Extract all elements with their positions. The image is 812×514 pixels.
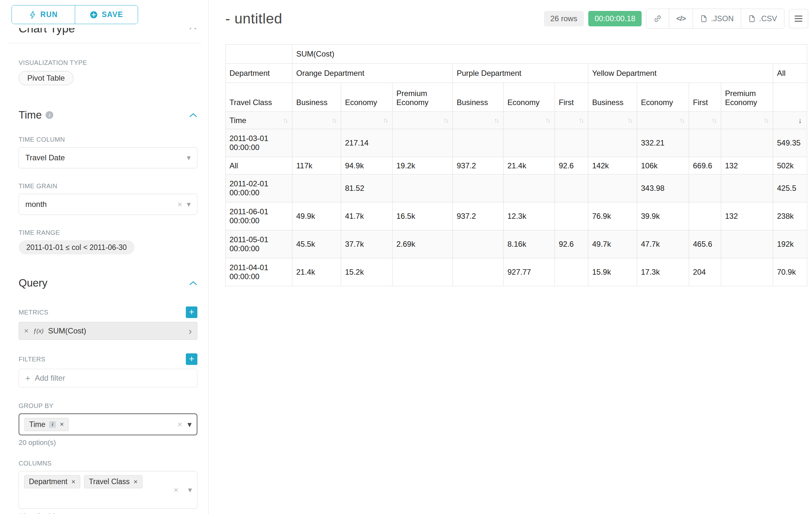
sort-icon[interactable]: ↑↓ [331,117,337,124]
tag-label: Department [29,477,67,486]
sort-desc-icon[interactable]: ↓ [798,116,803,125]
travel-class-header: Economy [341,83,393,112]
query-section-title: Query [19,277,48,289]
caret-down-icon[interactable]: ▾ [188,486,192,494]
group-by-select[interactable]: Timei× × ▾ [19,413,197,435]
chevron-up-icon[interactable] [189,280,197,286]
pivot-value-cell: 132 [721,202,773,230]
export-csv-button[interactable]: .CSV [741,9,784,28]
sort-icon[interactable]: ↑↓ [579,117,584,124]
chart-type-heading: Chart Type [19,28,75,35]
pivot-value-cell [588,174,637,202]
share-link-button[interactable] [646,9,669,28]
sort-icon[interactable]: ↑↓ [383,117,388,124]
travel-class-header: Premium Economy [393,83,453,112]
time-range-pill[interactable]: 2011-01-01 ≤ col < 2011-06-30 [19,240,135,254]
remove-icon[interactable]: × [71,478,76,485]
tag-pill[interactable]: Department× [24,475,80,488]
clear-icon[interactable]: × [177,200,182,209]
pivot-value-cell: 465.6 [689,230,721,258]
file-icon [700,15,708,23]
time-grain-value: month [25,200,177,209]
time-axis-label: Time [230,116,246,125]
run-save-button-group: RUN SAVE [11,5,138,24]
sort-icon[interactable]: ↑↓ [545,117,551,124]
travel-class-header [773,83,807,112]
query-section-header[interactable]: Query [19,277,197,289]
pivot-value-cell: 45.5k [292,230,341,258]
pivot-value-cell [453,258,503,286]
travel-class-header: First [689,83,721,112]
pivot-sort-cell[interactable]: ↑↓ [637,112,689,129]
pivot-value-cell: 49.9k [292,202,341,230]
export-json-label: .JSON [711,14,734,23]
remove-icon[interactable]: × [134,478,138,485]
add-metric-button[interactable]: + [186,306,197,318]
group-by-options-hint: 20 option(s) [19,438,197,447]
columns-select[interactable]: Department×Travel Class× × ▾ [19,471,197,509]
run-button[interactable]: RUN [12,5,75,24]
pivot-row-header: All [226,157,292,174]
clear-icon[interactable]: × [174,486,178,494]
pivot-sort-cell[interactable]: ↑↓ [393,112,453,129]
pivot-sort-cell[interactable]: ↑↓ [721,112,773,129]
tag-pill[interactable]: Travel Class× [84,475,143,488]
metric-header-row: SUM(Cost) [226,45,807,63]
pivot-value-cell: 927.77 [503,258,555,286]
pivot-value-cell [453,129,503,157]
export-button-group: </> .JSON .CSV [646,9,784,29]
remove-icon[interactable]: × [24,327,29,335]
pivot-sort-cell[interactable]: ↑↓ [341,112,393,129]
pivot-sort-cell[interactable]: ↑↓ [503,112,555,129]
time-column-select[interactable]: Travel Date ▾ [19,147,197,168]
embed-code-button[interactable]: </> [669,9,693,28]
remove-icon[interactable]: × [60,421,64,428]
time-grain-select[interactable]: month × ▾ [19,194,197,215]
pivot-value-cell: 37.7k [341,230,393,258]
save-button-label: SAVE [102,10,123,19]
sort-icon[interactable]: ↑↓ [712,117,717,124]
pivot-value-cell [555,202,588,230]
sort-icon[interactable]: ↑↓ [494,117,499,124]
time-grain-label: TIME GRAIN [19,183,197,190]
chevron-up-icon[interactable] [189,28,197,31]
pivot-sort-cell[interactable]: ↑↓ [555,112,588,129]
metric-label: SUM(Cost) [48,326,86,335]
select-controls: × ▾ [174,486,192,494]
pivot-value-cell: 2.69k [393,230,453,258]
visualization-type-pill[interactable]: Pivot Table [19,71,74,85]
pivot-row-header: 2011-03-01 00:00:00 [226,129,292,157]
add-filter-plus-button[interactable]: + [186,353,197,365]
divider [7,43,201,43]
caret-down-icon[interactable]: ▾ [187,420,192,429]
chevron-right-icon[interactable]: › [188,326,192,336]
pivot-sort-cell[interactable]: ↓ [773,112,807,129]
plus-icon: + [25,374,30,382]
department-header: Purple Department [453,63,588,83]
pivot-sort-cell[interactable]: ↑↓ [453,112,503,129]
chevron-up-icon[interactable] [189,112,197,117]
department-header: Yellow Department [588,63,773,83]
sort-icon[interactable]: ↑↓ [628,117,633,124]
pivot-value-cell: 16.5k [393,202,453,230]
sort-icon[interactable]: ↑↓ [283,117,288,124]
time-section-header[interactable]: Time i [19,109,197,121]
sort-icon[interactable]: ↑↓ [443,117,449,124]
travel-class-header: Economy [637,83,689,112]
export-json-button[interactable]: .JSON [693,9,741,28]
add-filter-button[interactable]: + Add filter [19,369,197,387]
metric-item[interactable]: × ƒ(x) SUM(Cost) › [19,322,197,340]
pivot-sort-cell[interactable]: ↑↓ [292,112,341,129]
chart-title[interactable]: - untitled [225,10,283,27]
save-button[interactable]: SAVE [75,5,138,24]
tag-pill[interactable]: Timei× [24,418,69,431]
sort-icon[interactable]: ↑↓ [763,117,769,124]
pivot-data-row: 2011-02-01 00:00:0081.52343.98425.5 [226,174,807,202]
pivot-sort-cell[interactable]: ↑↓ [689,112,721,129]
sort-icon[interactable]: ↑↓ [679,117,685,124]
pivot-value-cell: 12.3k [503,202,555,230]
menu-button[interactable] [789,9,808,28]
pivot-sort-cell[interactable]: ↑↓ [588,112,637,129]
pivot-value-cell [393,174,453,202]
clear-icon[interactable]: × [177,420,182,429]
